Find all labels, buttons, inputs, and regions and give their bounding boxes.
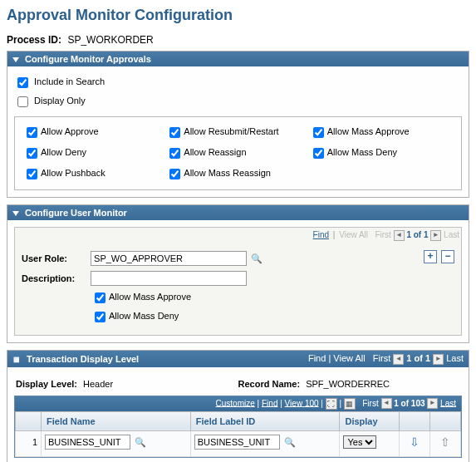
user-role-label: User Role: — [22, 253, 88, 263]
view-all-link: View All — [339, 230, 368, 239]
row-seq: 1 — [16, 430, 42, 456]
um-allow-mass-deny-checkbox[interactable] — [95, 312, 106, 322]
section-title: Transaction Display Level — [27, 354, 139, 364]
next-arrow-icon[interactable]: ► — [427, 398, 438, 409]
section-header-configure-approvals[interactable]: Configure Monitor Approvals — [7, 52, 469, 66]
last-link[interactable]: Last — [440, 398, 456, 407]
process-id-value: SP_WORKORDER — [67, 34, 153, 46]
customize-link[interactable]: Customize — [216, 398, 255, 407]
process-id-label: Process ID: — [7, 34, 61, 46]
fields-grid: Customize | Find | View 100 | ⛶ | ▦ Firs… — [14, 396, 462, 458]
include-in-search-label: Include in Search — [34, 76, 105, 86]
section-configure-user-monitor: Configure User Monitor Find | View All F… — [7, 204, 469, 343]
section-header-configure-user-monitor[interactable]: Configure User Monitor — [7, 205, 469, 220]
view-100-link[interactable]: View 100 — [285, 398, 319, 407]
find-link[interactable]: Find — [313, 230, 329, 239]
allow-mass-reassign-label: Allow Mass Reassign — [184, 168, 271, 178]
allow-resubmit-restart-checkbox[interactable] — [169, 127, 180, 138]
record-name-label: Record Name: — [238, 379, 301, 389]
fields-table: Field Name Field Label ID Display 1 🔍 — [15, 411, 461, 457]
allow-deny-checkbox[interactable] — [27, 148, 37, 159]
collapse-icon — [12, 211, 19, 216]
download-icon[interactable]: ▦ — [344, 398, 356, 410]
field-name-input[interactable] — [45, 435, 130, 450]
include-in-search-checkbox[interactable] — [17, 77, 28, 88]
allow-mass-deny-checkbox[interactable] — [313, 148, 324, 159]
allow-mass-reassign-checkbox[interactable] — [169, 169, 180, 179]
permissions-box: Allow Approve Allow Deny Allow Pushback … — [14, 116, 462, 190]
description-input[interactable] — [91, 271, 247, 286]
next-arrow-icon[interactable]: ► — [433, 354, 444, 365]
allow-pushback-checkbox[interactable] — [27, 169, 37, 179]
last-label: Last — [444, 230, 459, 239]
record-name-value: SPF_WORDERREC — [306, 379, 390, 389]
collapse-icon — [12, 57, 19, 62]
zoom-icon[interactable]: ⛶ — [326, 398, 337, 410]
tdl-nav: Find | View All First ◄ 1 of 1 ► Last — [308, 353, 464, 365]
prev-arrow-icon[interactable]: ◄ — [394, 230, 405, 241]
user-monitor-nav: Find | View All First ◄ 1 of 1 ► Last — [15, 228, 461, 243]
col-field-name[interactable]: Field Name — [42, 411, 191, 430]
display-select[interactable]: YesNo — [343, 435, 376, 449]
section-title: Configure User Monitor — [25, 208, 127, 218]
process-id-row: Process ID: SP_WORKORDER — [7, 34, 469, 46]
user-role-input[interactable] — [91, 251, 247, 266]
description-label: Description: — [22, 273, 88, 283]
allow-mass-deny-label: Allow Mass Deny — [327, 147, 397, 157]
grid-toolbar: Customize | Find | View 100 | ⛶ | ▦ Firs… — [15, 396, 461, 411]
section-transaction-display-level: ▦ Transaction Display Level Find | View … — [7, 350, 469, 462]
find-link[interactable]: Find — [262, 398, 277, 407]
nav-position: 1 of 1 — [406, 353, 430, 363]
display-level-value: Header — [83, 379, 113, 389]
grid-icon: ▦ — [12, 356, 21, 364]
first-label: First — [373, 353, 390, 363]
section-title: Configure Monitor Approvals — [25, 54, 151, 64]
allow-approve-checkbox[interactable] — [27, 127, 37, 138]
move-down-icon[interactable]: ⇩ — [408, 435, 421, 449]
allow-mass-approve-label: Allow Mass Approve — [327, 126, 410, 136]
prev-arrow-icon[interactable]: ◄ — [381, 398, 392, 409]
view-all-link: View All — [333, 353, 365, 363]
page-title: Approval Monitor Configuration — [7, 7, 469, 24]
um-allow-mass-deny-label: Allow Mass Deny — [109, 311, 179, 321]
last-label: Last — [446, 353, 464, 363]
allow-pushback-label: Allow Pushback — [41, 168, 106, 178]
um-allow-mass-approve-checkbox[interactable] — [95, 292, 106, 303]
col-display[interactable]: Display — [340, 411, 400, 430]
display-only-label: Display Only — [34, 96, 86, 106]
field-label-id-input[interactable] — [194, 435, 280, 450]
display-only-checkbox[interactable] — [17, 96, 28, 107]
allow-reassign-checkbox[interactable] — [169, 148, 180, 159]
grid-position: 1 of 103 — [394, 398, 424, 407]
display-level-label: Display Level: — [16, 379, 77, 389]
nav-position: 1 of 1 — [406, 230, 428, 239]
allow-deny-label: Allow Deny — [41, 147, 86, 157]
table-row: 1 🔍 🔍 YesNo ⇩ ⇧ — [16, 430, 461, 456]
allow-mass-approve-checkbox[interactable] — [313, 127, 324, 138]
section-header-transaction-display-level[interactable]: ▦ Transaction Display Level Find | View … — [7, 351, 469, 367]
find-link[interactable]: Find — [308, 353, 326, 363]
move-up-icon[interactable]: ⇧ — [439, 435, 452, 449]
col-field-label-id[interactable]: Field Label ID — [190, 411, 340, 430]
lookup-icon[interactable]: 🔍 — [135, 437, 146, 448]
next-arrow-icon[interactable]: ► — [430, 230, 441, 241]
um-allow-mass-approve-label: Allow Mass Approve — [109, 292, 191, 302]
delete-row-button[interactable]: − — [441, 250, 454, 263]
section-configure-approvals: Configure Monitor Approvals Include in S… — [7, 51, 469, 198]
prev-arrow-icon[interactable]: ◄ — [393, 354, 404, 365]
first-label: First — [375, 230, 390, 239]
allow-reassign-label: Allow Reassign — [184, 147, 246, 157]
first-label: First — [362, 398, 378, 407]
allow-resubmit-restart-label: Allow Resubmit/Restart — [184, 126, 278, 136]
add-row-button[interactable]: + — [424, 250, 437, 263]
lookup-icon[interactable]: 🔍 — [284, 437, 296, 448]
lookup-icon[interactable]: 🔍 — [251, 253, 263, 264]
allow-approve-label: Allow Approve — [41, 126, 99, 136]
